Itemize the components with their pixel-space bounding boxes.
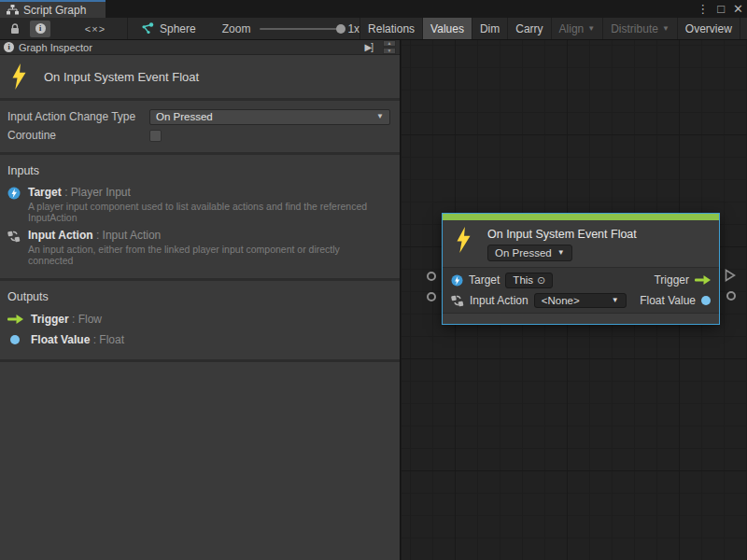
node-title: On Input System Event Float: [487, 227, 637, 241]
node-row-action-float: Input Action <None> ▼ Float Value: [443, 290, 719, 311]
chevron-down-icon: ▼: [557, 249, 565, 257]
event-bolt-icon: [456, 227, 472, 253]
node-summary: On Input System Event Float: [0, 55, 400, 101]
inspector-header: i Graph Inspector ▶] ▲ ▼: [0, 40, 400, 55]
tab-title: Script Graph: [23, 4, 86, 17]
output-port-float-value: Float Value : Float: [0, 329, 400, 350]
maximize-icon[interactable]: □: [717, 0, 725, 18]
flow-port-icon: [725, 269, 736, 282]
flow-arrow-icon: [7, 315, 23, 324]
chevron-down-icon: ▼: [662, 25, 669, 33]
zoom-label: Zoom: [222, 22, 251, 35]
chevron-down-icon: ▼: [612, 297, 619, 304]
output-port-float-socket[interactable]: [726, 291, 736, 301]
trigger-port-label: Trigger: [654, 273, 689, 287]
coroutine-checkbox[interactable]: [149, 130, 162, 142]
node-settings: Input Action Change Type On Pressed ▼ Co…: [0, 101, 400, 155]
node-header[interactable]: On Input System Event Float On Pressed ▼: [443, 220, 719, 267]
change-type-row: Input Action Change Type On Pressed ▼: [0, 107, 400, 126]
outputs-section: Outputs Trigger : Flow Float Value : Flo…: [0, 281, 400, 362]
event-bolt-icon: [11, 63, 27, 90]
chevron-down-icon: ▼: [376, 113, 384, 120]
carry-button[interactable]: Carry: [507, 18, 550, 39]
spin-down-button[interactable]: ▼: [383, 48, 396, 54]
graph-reference[interactable]: Sphere: [141, 22, 196, 35]
inputs-heading: Inputs: [0, 161, 400, 183]
graph-canvas[interactable]: On Input System Event Float On Pressed ▼…: [402, 40, 747, 560]
output-port-trigger: Trigger : Flow: [0, 309, 400, 329]
graph-asset-icon: [141, 22, 154, 35]
window-menu-icon[interactable]: ⋮: [697, 0, 709, 18]
input-port-input-action: Input Action : Input Action An input act…: [0, 226, 400, 269]
dock-panel-icon[interactable]: ▶]: [365, 42, 373, 52]
input-port-action-socket[interactable]: [427, 292, 436, 301]
port-description: A player input component used to list av…: [28, 201, 385, 223]
align-button[interactable]: Align▼: [551, 18, 603, 39]
graph-toolbar: i <×> Sphere Zoom 1x Relations Values Di…: [0, 18, 747, 40]
input-action-icon: [7, 230, 21, 243]
input-action-icon: [451, 294, 464, 307]
panel-spinner: ▲ ▼: [383, 40, 396, 54]
script-graph-icon: [7, 5, 19, 15]
node-row-target-trigger: Target This ⊙ Trigger: [443, 270, 719, 290]
coroutine-label: Coroutine: [7, 129, 149, 142]
port-description: An input action, either from the linked …: [28, 244, 385, 266]
lock-icon: [10, 23, 20, 35]
tab-script-graph[interactable]: Script Graph: [0, 0, 106, 18]
inspector-title: Graph Inspector: [19, 42, 92, 53]
tab-bar: Script Graph ⋮ □ ✕: [0, 0, 747, 18]
values-button[interactable]: Values: [422, 18, 472, 39]
toolbar-left: i <×> Sphere Zoom 1x: [0, 18, 359, 39]
object-picker-icon[interactable]: ⊙: [537, 274, 545, 287]
node-color-bar: [443, 214, 719, 220]
info-icon: i: [4, 42, 14, 52]
node-mode-dropdown[interactable]: On Pressed ▼: [487, 245, 572, 261]
full-screen-button[interactable]: Full Screen: [740, 18, 747, 39]
zoom-control: Zoom 1x: [222, 22, 359, 35]
spin-up-button[interactable]: ▲: [383, 40, 396, 47]
toolbar-buttons: Relations Values Dim Carry Align▼ Distri…: [359, 18, 747, 39]
input-action-dropdown[interactable]: <None> ▼: [534, 293, 627, 308]
output-port-trigger-socket[interactable]: [725, 269, 736, 282]
chevron-down-icon: ▼: [587, 25, 595, 33]
inspector-empty-area: [0, 362, 400, 560]
change-type-label: Input Action Change Type: [7, 110, 149, 123]
input-action-port-label: Input Action: [470, 294, 529, 307]
player-input-icon: [451, 274, 463, 287]
graph-inspector-panel: i Graph Inspector ▶] ▲ ▼ On Input System…: [0, 40, 401, 560]
coroutine-row: Coroutine: [0, 126, 400, 145]
code-view-button[interactable]: <×>: [77, 23, 114, 35]
player-input-icon: [7, 187, 21, 200]
toolbar-separator: [127, 18, 128, 39]
input-port-target-socket[interactable]: [427, 272, 436, 281]
change-type-dropdown[interactable]: On Pressed ▼: [149, 109, 390, 125]
close-icon[interactable]: ✕: [733, 0, 743, 18]
float-value-port-label: Float Value: [640, 294, 696, 307]
relations-button[interactable]: Relations: [359, 18, 422, 39]
dim-button[interactable]: Dim: [472, 18, 507, 39]
float-value-icon: [10, 335, 20, 344]
inspected-node-title: On Input System Event Float: [44, 70, 199, 84]
graph-name: Sphere: [160, 22, 196, 35]
window-controls: ⋮ □ ✕: [697, 0, 743, 18]
input-port-target: Target : Player Input A player input com…: [0, 183, 400, 226]
inspector-toggle-button[interactable]: i: [30, 21, 50, 37]
distribute-button[interactable]: Distribute▼: [602, 18, 677, 39]
node-body: Target This ⊙ Trigger: [443, 267, 719, 314]
zoom-slider-knob[interactable]: [336, 24, 345, 34]
node-footer: [443, 314, 719, 324]
target-port-label: Target: [469, 273, 500, 287]
lock-button[interactable]: [5, 21, 25, 37]
outputs-heading: Outputs: [0, 287, 400, 309]
inputs-section: Inputs Target : Player Input A player in…: [0, 155, 400, 281]
info-icon: i: [35, 23, 46, 34]
float-value-icon: [701, 296, 711, 305]
target-object-chip[interactable]: This ⊙: [505, 273, 553, 288]
zoom-slider[interactable]: [260, 28, 342, 30]
event-node[interactable]: On Input System Event Float On Pressed ▼…: [442, 213, 720, 325]
flow-arrow-icon: [695, 275, 711, 285]
overview-button[interactable]: Overview: [677, 18, 740, 39]
zoom-value: 1x: [347, 22, 359, 35]
